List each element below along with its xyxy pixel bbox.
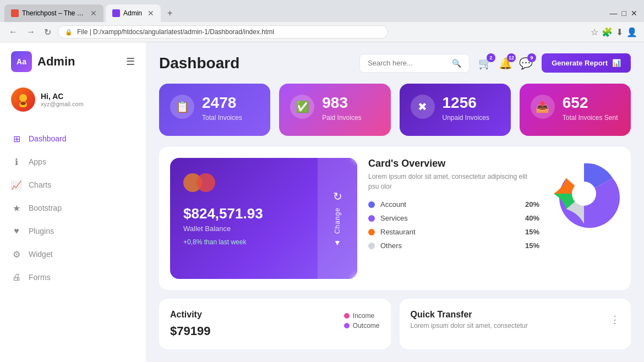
overview-section: $824,571.93 Wallet Balance +0,8% than la… bbox=[159, 147, 631, 290]
income-dot bbox=[344, 313, 350, 319]
search-input[interactable] bbox=[368, 59, 447, 67]
activity-info: Activity $79199 bbox=[170, 310, 210, 338]
tab-2[interactable]: Admin ✕ bbox=[106, 4, 161, 22]
profile-icon[interactable]: 👤 bbox=[626, 27, 637, 37]
apps-icon: ℹ bbox=[11, 156, 22, 167]
sidebar-item-plugins[interactable]: ♥ Plugins bbox=[0, 220, 146, 243]
sidebar-item-apps[interactable]: ℹ Apps bbox=[0, 150, 146, 173]
unpaid-invoices-number: 1256 bbox=[443, 95, 489, 112]
pie-chart-container bbox=[548, 158, 620, 232]
search-box[interactable]: 🔍 bbox=[359, 54, 470, 73]
address-bar: ← → ↻ 🔒 File | D:/xampp/htdocs/angularla… bbox=[0, 22, 644, 42]
account-dot bbox=[368, 201, 375, 208]
sidebar-item-widget[interactable]: ⚙ Widget bbox=[0, 243, 146, 266]
app-container: Aa Admin ☰ Hi, AC xyz@gmail.com ⊞ bbox=[0, 42, 644, 362]
chat-icon-badge[interactable]: 💬 9 bbox=[519, 57, 533, 70]
dashboard-icon: ⊞ bbox=[11, 133, 22, 144]
activity-legend: Income Outcome bbox=[344, 310, 380, 330]
url-text: File | D:/xampp/htdocs/angularlatest/adm… bbox=[77, 28, 274, 36]
total-invoices-label: Total Invoices bbox=[202, 114, 242, 122]
total-sent-label: Total Invoices Sent bbox=[563, 114, 618, 122]
avatar bbox=[11, 87, 35, 112]
bell-icon-badge[interactable]: 🔔 12 bbox=[499, 57, 512, 70]
others-dot bbox=[368, 243, 375, 249]
sidebar-label-forms: Forms bbox=[29, 273, 51, 282]
mc-circle-right bbox=[197, 173, 215, 192]
sidebar-item-dashboard[interactable]: ⊞ Dashboard bbox=[0, 127, 146, 150]
generate-report-button[interactable]: Generate Report 📊 bbox=[542, 53, 631, 73]
legend-services-label: Services bbox=[380, 214, 520, 222]
legend-item-restaurant: Restaurant 15% bbox=[368, 228, 539, 236]
legend-account-label: Account bbox=[380, 200, 520, 209]
sidebar-label-plugins: Plugins bbox=[29, 227, 54, 235]
quick-transfer-subtitle: Lorem ipsum dolor sit amet, consectetur bbox=[411, 322, 528, 330]
plugins-icon: ♥ bbox=[11, 226, 22, 237]
page-title: Dashboard bbox=[159, 54, 351, 72]
legend-services-pct: 40% bbox=[525, 214, 539, 222]
overview-desc: Lorem ipsum dolor sit amet, consectetur … bbox=[368, 172, 539, 191]
income-row: Income bbox=[344, 312, 380, 320]
quick-transfer-title: Quick Transfer bbox=[411, 310, 528, 320]
bookmark-icon[interactable]: ☆ bbox=[591, 27, 598, 37]
charts-icon: 📈 bbox=[11, 179, 22, 190]
legend-items: Account 20% Services 40% Restaurant bbox=[368, 200, 539, 250]
tab-2-title: Admin bbox=[123, 9, 142, 17]
tab-1-close[interactable]: ✕ bbox=[90, 9, 97, 18]
logo-text: Admin bbox=[37, 54, 75, 69]
unpaid-invoices-icon: ✖ bbox=[411, 95, 435, 119]
total-sent-icon: 📤 bbox=[531, 95, 555, 119]
cart-icon-badge[interactable]: 🛒 2 bbox=[478, 57, 492, 70]
svg-point-0 bbox=[19, 94, 27, 102]
sidebar-item-charts[interactable]: 📈 Charts bbox=[0, 173, 146, 196]
logo-letter: Aa bbox=[17, 57, 26, 66]
new-tab-button[interactable]: + bbox=[163, 5, 177, 21]
download-icon[interactable]: ⬇ bbox=[616, 27, 623, 37]
quick-transfer-card: Quick Transfer Lorem ipsum dolor sit ame… bbox=[400, 299, 631, 349]
stat-card-total-invoices: 📋 2478 Total Invoices bbox=[159, 84, 270, 136]
tab-bar: Therichpost – The best tech and.. ✕ Admi… bbox=[0, 0, 644, 22]
hamburger-icon[interactable]: ☰ bbox=[126, 56, 135, 68]
legend-account-pct: 20% bbox=[525, 200, 539, 209]
tab-2-close[interactable]: ✕ bbox=[148, 9, 154, 18]
restore-button[interactable]: □ bbox=[622, 9, 626, 18]
generate-report-label: Generate Report bbox=[552, 59, 608, 67]
sidebar-item-forms[interactable]: 🖨 Forms bbox=[0, 266, 146, 289]
income-label: Income bbox=[353, 312, 374, 320]
close-window-button[interactable]: ✕ bbox=[631, 9, 637, 18]
unpaid-invoices-info: 1256 Unpaid Invoices bbox=[443, 95, 489, 122]
stat-card-unpaid-invoices: ✖ 1256 Unpaid Invoices bbox=[400, 84, 511, 136]
main-header: Dashboard 🔍 🛒 2 🔔 12 💬 9 bbox=[159, 53, 631, 73]
reload-button[interactable]: ↻ bbox=[42, 26, 53, 39]
change-arrow-icon: ▼ bbox=[334, 238, 341, 247]
tab-1-favicon bbox=[11, 9, 19, 17]
three-dots-icon[interactable]: ⋮ bbox=[610, 314, 620, 326]
svg-point-2 bbox=[20, 102, 26, 105]
main-content: Dashboard 🔍 🛒 2 🔔 12 💬 9 bbox=[146, 42, 644, 362]
legend-item-account: Account 20% bbox=[368, 200, 539, 209]
services-dot bbox=[368, 215, 375, 222]
minimize-button[interactable]: — bbox=[610, 9, 618, 18]
unpaid-invoices-label: Unpaid Invoices bbox=[443, 114, 489, 122]
sidebar-label-bootstrap: Bootstrap bbox=[29, 204, 62, 212]
sidebar-label-dashboard: Dashboard bbox=[29, 134, 67, 143]
back-button[interactable]: ← bbox=[7, 26, 20, 38]
stat-card-total-sent: 📤 652 Total Invoices Sent bbox=[520, 84, 631, 136]
legend-item-others: Others 15% bbox=[368, 242, 539, 250]
stats-grid: 📋 2478 Total Invoices ✅ 983 Paid Invoice… bbox=[159, 84, 631, 136]
legend-restaurant-pct: 15% bbox=[525, 228, 539, 236]
tab-controls: — □ ✕ bbox=[610, 9, 640, 18]
outcome-dot bbox=[344, 323, 350, 328]
total-invoices-icon: 📋 bbox=[170, 95, 194, 119]
url-bar[interactable]: 🔒 File | D:/xampp/htdocs/angularlatest/a… bbox=[58, 25, 388, 39]
sidebar-item-bootstrap[interactable]: ★ Bootstrap bbox=[0, 196, 146, 220]
bottom-grid: Activity $79199 Income Outcome bbox=[159, 299, 631, 349]
extension-icon[interactable]: 🧩 bbox=[602, 27, 613, 37]
generate-report-icon: 📊 bbox=[612, 59, 621, 67]
activity-title: Activity bbox=[170, 310, 210, 320]
tab-1[interactable]: Therichpost – The best tech and.. ✕ bbox=[4, 4, 103, 22]
user-info: Hi, AC xyz@gmail.com bbox=[41, 92, 84, 107]
forward-button[interactable]: → bbox=[24, 26, 37, 38]
change-button[interactable]: ↻ Change ▼ bbox=[318, 158, 357, 279]
total-sent-info: 652 Total Invoices Sent bbox=[563, 95, 618, 122]
paid-invoices-label: Paid Invoices bbox=[322, 114, 361, 122]
